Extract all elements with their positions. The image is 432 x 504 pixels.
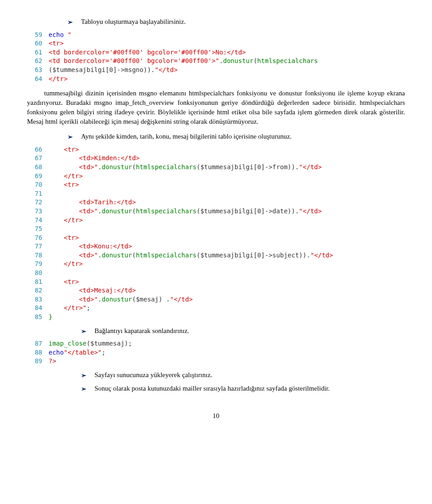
bullet-text: Aynı şekilde kimden, tarih, konu, mesaj … [81, 132, 405, 141]
code-line: 88echo"</table>"; [27, 348, 405, 357]
page-number: 10 [27, 411, 405, 421]
bullet-item: ➢ Tabloyu oluşturmaya başlayabilirsiniz. [68, 17, 405, 27]
line-number: 87 [27, 339, 49, 348]
code-content: <td>Kimden:</td> [49, 154, 140, 163]
code-block-1: 59echo "60<tr>61<td bordercolor='#00ff00… [27, 31, 405, 84]
code-content: <td bordercolor='#00ff00' bgcolor='#00ff… [49, 48, 246, 57]
bullet-item: ➢ Sayfayı sunucunuza yükleyerek çalıştır… [81, 370, 405, 380]
bullet-text: Sonuç olarak posta kutunuzdaki mailler s… [94, 384, 405, 393]
code-content: <tr> [49, 145, 79, 154]
code-content: <tr> [49, 39, 64, 48]
line-number: 82 [27, 286, 49, 295]
code-line: 74 </tr> [27, 216, 405, 225]
code-content: echo " [49, 31, 72, 40]
arrow-icon: ➢ [81, 385, 86, 394]
code-line: 66 <tr> [27, 145, 405, 154]
code-content [49, 189, 52, 198]
bullet-text: Tabloyu oluşturmaya başlayabilirsiniz. [81, 17, 405, 27]
arrow-icon: ➢ [68, 133, 73, 142]
code-content: ($tummesajbilgi[0]->msgno))."</td> [49, 66, 178, 75]
code-content: <td bordercolor='#00ff00' bgcolor='#00ff… [49, 57, 318, 66]
code-block-3: 87imap_close($tummesaj);88echo"</table>"… [27, 339, 405, 366]
code-line: 84 </tr>"; [27, 304, 405, 313]
code-line: 79 </tr> [27, 260, 405, 269]
code-line: 73 <td>".donustur(htmlspecialchars($tumm… [27, 207, 405, 216]
line-number: 67 [27, 154, 49, 163]
arrow-icon: ➢ [81, 327, 86, 336]
code-line: 89?> [27, 357, 405, 366]
line-number: 80 [27, 269, 49, 278]
code-line: 87imap_close($tummesaj); [27, 339, 405, 348]
code-line: 69 </tr> [27, 172, 405, 181]
code-content: <td>Konu:</td> [49, 242, 132, 251]
bullet-text: Sayfayı sunucunuza yükleyerek çalıştırın… [94, 370, 405, 380]
code-line: 64</tr> [27, 75, 405, 84]
line-number: 62 [27, 57, 49, 66]
code-content: imap_close($tummesaj); [49, 339, 132, 348]
code-line: 80 [27, 269, 405, 278]
line-number: 78 [27, 251, 49, 260]
line-number: 83 [27, 295, 49, 304]
code-line: 70 <tr> [27, 180, 405, 189]
line-number: 84 [27, 304, 49, 313]
code-line: 59echo " [27, 31, 405, 40]
arrow-icon: ➢ [68, 18, 73, 27]
code-line: 85} [27, 313, 405, 322]
code-line: 63($tummesajbilgi[0]->msgno))."</td> [27, 66, 405, 75]
line-number: 63 [27, 66, 49, 75]
line-number: 76 [27, 234, 49, 243]
code-line: 72 <td>Tarih:</td> [27, 198, 405, 207]
code-content: </tr> [49, 75, 68, 84]
code-content: ?> [49, 357, 56, 366]
code-content: </tr> [49, 260, 83, 269]
line-number: 64 [27, 75, 49, 84]
code-content: </tr> [49, 216, 83, 225]
code-line: 62<td bordercolor='#00ff00' bgcolor='#00… [27, 57, 405, 66]
line-number: 79 [27, 260, 49, 269]
line-number: 85 [27, 313, 49, 322]
code-content: } [49, 313, 52, 322]
code-line: 60<tr> [27, 39, 405, 48]
code-content: <td>Mesaj:</td> [49, 286, 136, 295]
line-number: 88 [27, 348, 49, 357]
code-content [49, 225, 52, 234]
line-number: 68 [27, 163, 49, 172]
code-block-2: 66 <tr>67 <td>Kimden:</td>68 <td>".donus… [27, 145, 405, 322]
code-line: 78 <td>".donustur(htmlspecialchars($tumm… [27, 251, 405, 260]
arrow-icon: ➢ [81, 371, 86, 380]
line-number: 74 [27, 216, 49, 225]
code-content: <tr> [49, 278, 79, 287]
body-paragraph: tummesajbilgi dizinin içerisinden msgno … [27, 89, 405, 126]
code-content: <td>".donustur(htmlspecialchars($tummesa… [49, 163, 322, 172]
code-line: 61<td bordercolor='#00ff00' bgcolor='#00… [27, 48, 405, 57]
line-number: 75 [27, 225, 49, 234]
code-content: <td>".donustur(htmlspecialchars($tummesa… [49, 251, 333, 260]
line-number: 81 [27, 278, 49, 287]
bullet-text: Bağlantıyı kapatarak sonlandırınız. [94, 326, 405, 336]
code-line: 81 <tr> [27, 278, 405, 287]
code-content: <tr> [49, 234, 79, 243]
code-line: 67 <td>Kimden:</td> [27, 154, 405, 163]
line-number: 70 [27, 180, 49, 189]
code-content: echo"</table>"; [49, 348, 105, 357]
line-number: 72 [27, 198, 49, 207]
code-line: 83 <td>".donustur($mesaj) ."</td> [27, 295, 405, 304]
code-content: <tr> [49, 180, 79, 189]
bullet-item: ➢ Bağlantıyı kapatarak sonlandırınız. [81, 326, 405, 336]
code-content: <td>".donustur($mesaj) ."</td> [49, 295, 193, 304]
line-number: 71 [27, 189, 49, 198]
bullet-item: ➢ Sonuç olarak posta kutunuzdaki mailler… [81, 384, 405, 394]
line-number: 60 [27, 39, 49, 48]
code-line: 71 [27, 189, 405, 198]
code-line: 82 <td>Mesaj:</td> [27, 286, 405, 295]
line-number: 69 [27, 172, 49, 181]
code-line: 68 <td>".donustur(htmlspecialchars($tumm… [27, 163, 405, 172]
line-number: 73 [27, 207, 49, 216]
paragraph-text: tummesajbilgi dizinin içerisinden msgno … [27, 90, 405, 125]
code-content: <td>".donustur(htmlspecialchars($tummesa… [49, 207, 322, 216]
bullet-item: ➢ Aynı şekilde kimden, tarih, konu, mesa… [68, 132, 405, 142]
code-content [49, 269, 52, 278]
code-content: </tr>"; [49, 304, 90, 313]
line-number: 77 [27, 242, 49, 251]
line-number: 89 [27, 357, 49, 366]
